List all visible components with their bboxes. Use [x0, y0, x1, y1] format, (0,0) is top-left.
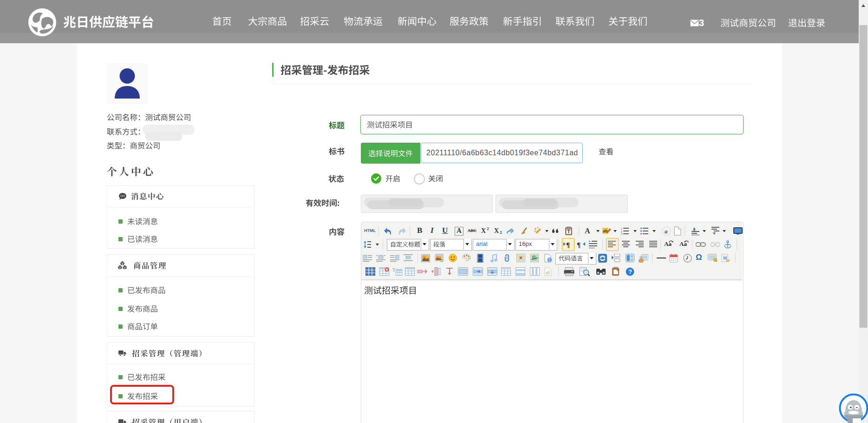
svg-text:¶: ¶: [577, 241, 581, 248]
svg-text:3: 3: [621, 232, 622, 235]
svg-text:?: ?: [628, 268, 632, 275]
svg-text:a: a: [665, 228, 668, 235]
svg-text:T: T: [392, 267, 395, 272]
svg-text:¶: ¶: [566, 241, 570, 248]
svg-text:G: G: [532, 255, 536, 260]
